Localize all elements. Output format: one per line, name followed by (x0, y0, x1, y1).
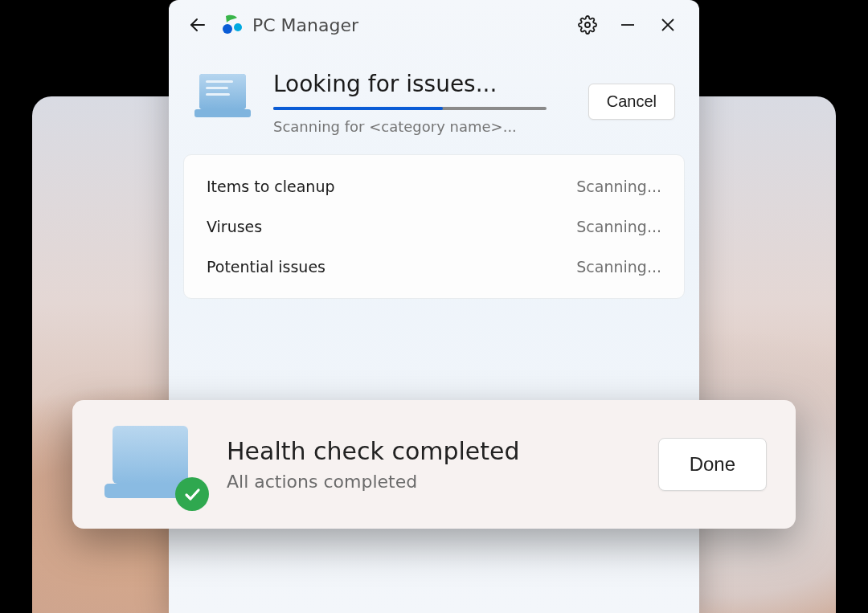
toast-text: Health check completed All actions compl… (227, 437, 636, 492)
svg-rect-13 (113, 426, 188, 484)
progress-fill (273, 107, 443, 110)
minimize-button[interactable] (608, 6, 648, 44)
completion-toast: Health check completed All actions compl… (72, 400, 796, 529)
toast-subtitle: All actions completed (227, 472, 636, 492)
settings-button[interactable] (567, 6, 608, 44)
checkmark-icon (182, 484, 202, 504)
scan-subtitle: Scanning for <category name>... (273, 118, 571, 135)
result-label: Items to cleanup (207, 178, 335, 195)
gear-icon (578, 15, 597, 35)
results-card: Items to cleanup Scanning... Viruses Sca… (183, 154, 685, 299)
minimize-icon (619, 16, 637, 34)
svg-point-1 (223, 24, 232, 34)
result-label: Potential issues (207, 258, 326, 276)
app-title: PC Manager (252, 15, 358, 35)
result-status: Scanning... (576, 218, 661, 235)
app-logo: PC Manager (220, 13, 358, 37)
pc-manager-logo-icon (220, 13, 244, 37)
cancel-button[interactable]: Cancel (588, 84, 675, 120)
svg-point-2 (234, 23, 242, 31)
toast-title: Health check completed (227, 437, 636, 465)
progress-bar (273, 107, 547, 110)
success-check-badge (175, 477, 209, 511)
result-status: Scanning... (576, 178, 661, 195)
back-arrow-icon (188, 15, 207, 35)
result-status: Scanning... (576, 258, 661, 276)
done-button[interactable]: Done (658, 438, 767, 491)
close-icon (660, 17, 676, 33)
svg-rect-9 (206, 80, 233, 83)
scan-header: Looking for issues... Scanning for <cate… (169, 50, 699, 154)
scan-info: Looking for issues... Scanning for <cate… (273, 71, 571, 135)
result-label: Viruses (207, 218, 262, 235)
scan-title: Looking for issues... (273, 71, 571, 97)
svg-point-3 (585, 22, 590, 27)
result-row-viruses: Viruses Scanning... (184, 206, 684, 247)
laptop-scan-icon (193, 71, 256, 125)
titlebar: PC Manager (169, 0, 699, 50)
result-row-cleanup: Items to cleanup Scanning... (184, 166, 684, 206)
back-button[interactable] (180, 7, 215, 43)
result-row-potential: Potential issues Scanning... (184, 247, 684, 287)
toast-laptop-icon (101, 421, 204, 508)
svg-rect-8 (199, 74, 246, 109)
close-button[interactable] (648, 6, 688, 44)
svg-rect-10 (206, 87, 228, 89)
svg-rect-11 (206, 93, 230, 96)
svg-rect-12 (194, 109, 251, 117)
